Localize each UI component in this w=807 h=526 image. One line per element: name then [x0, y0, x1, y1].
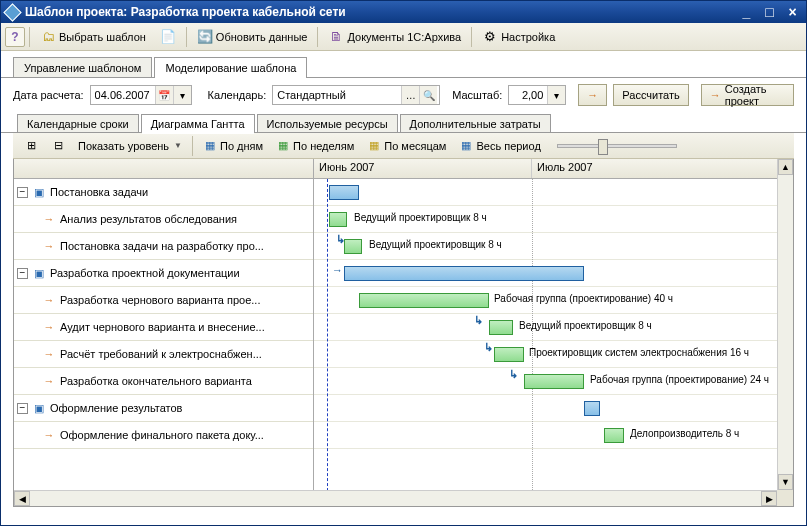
task-bar[interactable]	[359, 293, 489, 308]
summary-task-icon: ▣	[32, 185, 46, 199]
show-level-button[interactable]: Показать уровень ▼	[73, 136, 187, 156]
plus-icon: ⊞	[24, 139, 38, 153]
task-row-group[interactable]: −▣Оформление результатов	[14, 395, 313, 422]
task-icon: →	[42, 239, 56, 253]
tab-manage[interactable]: Управление шаблоном	[13, 57, 152, 78]
today-line	[327, 179, 328, 506]
toolbar-divider	[471, 27, 472, 47]
documents-button[interactable]: 🗎 Документы 1С:Архива	[322, 26, 467, 48]
close-button[interactable]: ×	[782, 3, 803, 21]
tab-model[interactable]: Моделирование шаблона	[154, 57, 307, 78]
show-level-label: Показать уровень	[78, 140, 169, 152]
by-days-label: По дням	[220, 140, 263, 152]
scale-field[interactable]: ▾	[508, 85, 566, 105]
calc-button[interactable]: →	[578, 84, 607, 106]
task-icon: →	[42, 347, 56, 361]
slider-thumb[interactable]	[598, 139, 608, 155]
settings-button[interactable]: ⚙ Настройка	[476, 26, 561, 48]
task-row[interactable]: →Анализ результатов обследования	[14, 206, 313, 233]
date-input[interactable]	[91, 86, 155, 104]
collapse-icon[interactable]: −	[17, 268, 28, 279]
help-button[interactable]: ?	[5, 27, 25, 47]
calendar-icon: ▦	[203, 139, 217, 153]
calendar-field[interactable]: … 🔍	[272, 85, 440, 105]
maximize-button[interactable]: □	[759, 3, 780, 21]
task-bar[interactable]	[329, 212, 347, 227]
scroll-right-icon[interactable]: ▶	[761, 491, 777, 506]
template-action-button[interactable]: 📄	[154, 26, 182, 48]
scale-input[interactable]	[509, 86, 547, 104]
tab-costs[interactable]: Дополнительные затраты	[400, 114, 551, 133]
task-label: Анализ результатов обследования	[60, 213, 310, 225]
bar-label: Ведущий проектировщик 8 ч	[369, 239, 502, 250]
tab-dates[interactable]: Календарные сроки	[17, 114, 139, 133]
scale-label: Масштаб:	[452, 89, 502, 101]
scroll-up-icon[interactable]: ▲	[778, 159, 793, 175]
task-row-group[interactable]: −▣Постановка задачи	[14, 179, 313, 206]
calendar-input[interactable]	[273, 86, 401, 104]
full-period-button[interactable]: ▦Весь период	[454, 136, 545, 156]
task-list: −▣Постановка задачи →Анализ результатов …	[14, 179, 314, 506]
task-row[interactable]: →Разработка окончательного варианта	[14, 368, 313, 395]
date-field[interactable]: 📅 ▾	[90, 85, 192, 105]
month-june: Июнь 2007	[314, 159, 532, 178]
toolbar-divider	[186, 27, 187, 47]
calendar-select-button[interactable]: …	[401, 86, 419, 104]
task-icon: →	[42, 293, 56, 307]
tab-resources[interactable]: Используемые ресурсы	[257, 114, 398, 133]
task-row[interactable]: →Постановка задачи на разработку про...	[14, 233, 313, 260]
vertical-scrollbar[interactable]: ▲ ▼	[777, 159, 793, 490]
by-weeks-button[interactable]: ▦По неделям	[271, 136, 359, 156]
summary-bar[interactable]	[584, 401, 600, 416]
select-template-label: Выбрать шаблон	[59, 31, 146, 43]
archive-icon: 🗎	[328, 29, 344, 45]
task-row[interactable]: →Расчёт требований к электроснабжен...	[14, 341, 313, 368]
scroll-left-icon[interactable]: ◀	[14, 491, 30, 506]
task-bar[interactable]	[524, 374, 584, 389]
refresh-label: Обновить данные	[216, 31, 308, 43]
scroll-corner	[777, 490, 793, 506]
scale-spin-button[interactable]: ▾	[547, 86, 565, 104]
minimize-button[interactable]: _	[736, 3, 757, 21]
refresh-button[interactable]: 🔄 Обновить данные	[191, 26, 314, 48]
summary-bar[interactable]	[329, 185, 359, 200]
collapse-icon[interactable]: −	[17, 187, 28, 198]
calendar-search-button[interactable]: 🔍	[419, 86, 437, 104]
task-bar[interactable]	[344, 239, 362, 254]
task-bar[interactable]	[489, 320, 513, 335]
window-title: Шаблон проекта: Разработка проекта кабел…	[25, 5, 734, 19]
expand-all-button[interactable]: ⊞	[19, 136, 43, 156]
summary-bar[interactable]	[344, 266, 584, 281]
toolbar-divider	[29, 27, 30, 47]
task-label: Аудит чернового варианта и внесение...	[60, 321, 310, 333]
task-row-group[interactable]: −▣Разработка проектной документации	[14, 260, 313, 287]
date-calendar-button[interactable]: 📅	[155, 86, 173, 104]
date-spin-button[interactable]: ▾	[173, 86, 191, 104]
bar-label: Рабочая группа (проектирование) 24 ч	[590, 374, 769, 385]
tab-gantt[interactable]: Диаграмма Гантта	[141, 114, 255, 133]
task-icon: →	[42, 428, 56, 442]
gantt-chart: Ведущий проектировщик 8 ч ↳ Ведущий прое…	[314, 179, 793, 506]
calc-button-text[interactable]: Рассчитать	[613, 84, 688, 106]
task-column-header	[14, 159, 314, 178]
minus-icon: ⊟	[51, 139, 65, 153]
scroll-down-icon[interactable]: ▼	[778, 474, 793, 490]
create-project-button[interactable]: → Создать проект	[701, 84, 794, 106]
collapse-icon[interactable]: −	[17, 403, 28, 414]
task-row[interactable]: →Разработка чернового варианта прое...	[14, 287, 313, 314]
zoom-slider[interactable]	[557, 144, 677, 148]
bar-label: Ведущий проектировщик 8 ч	[519, 320, 652, 331]
task-label: Разработка проектной документации	[50, 267, 310, 279]
titlebar: Шаблон проекта: Разработка проекта кабел…	[1, 1, 806, 23]
arrow-right-icon: →	[710, 89, 721, 101]
task-label: Расчёт требований к электроснабжен...	[60, 348, 310, 360]
by-days-button[interactable]: ▦По дням	[198, 136, 268, 156]
task-row[interactable]: →Оформление финального пакета доку...	[14, 422, 313, 449]
select-template-button[interactable]: 🗂 Выбрать шаблон	[34, 26, 152, 48]
collapse-all-button[interactable]: ⊟	[46, 136, 70, 156]
task-row[interactable]: →Аудит чернового варианта и внесение...	[14, 314, 313, 341]
horizontal-scrollbar[interactable]: ◀ ▶	[14, 490, 777, 506]
by-months-button[interactable]: ▦По месяцам	[362, 136, 451, 156]
task-bar[interactable]	[604, 428, 624, 443]
task-bar[interactable]	[494, 347, 524, 362]
